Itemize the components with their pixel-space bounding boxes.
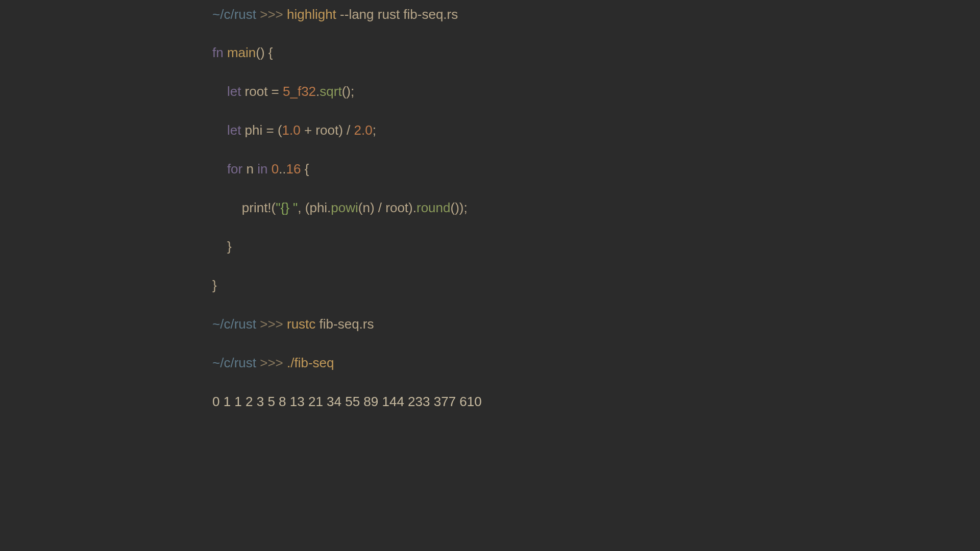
code-line-1: fn main() { [212,43,485,63]
prompt-path: ~/c/rust [212,7,256,22]
command-highlight: highlight [287,7,336,22]
code-text: (); [342,84,355,99]
string-literal: "{} " [276,200,298,215]
method-sqrt: sqrt [320,84,341,99]
code-text: + root) / [301,122,354,138]
code-text: () { [256,45,273,60]
keyword-in: in [257,161,267,177]
keyword-fn: fn [212,45,227,60]
prompt-line-3: ~/c/rust >>> ./fib-seq [212,354,485,373]
terminal-output: ~/c/rust >>> highlight --lang rust fib-s… [212,0,485,416]
number-literal: 2.0 [354,122,373,138]
method-powi: powi [331,200,358,215]
code-text: root = [241,84,283,99]
command-run-binary: ./fib-seq [287,355,334,370]
code-text: } [212,278,217,293]
code-text: ; [373,122,376,138]
prompt-line-1: ~/c/rust >>> highlight --lang rust fib-s… [212,5,485,24]
keyword-let: let [212,84,241,99]
prompt-arrows: >>> [256,7,287,22]
command-args: --lang rust fib-seq.rs [336,7,458,22]
code-line-4: for n in 0..16 { [212,160,485,179]
prompt-line-2: ~/c/rust >>> rustc fib-seq.rs [212,315,485,334]
code-line-2: let root = 5_f32.sqrt(); [212,82,485,102]
code-text: } [212,239,232,254]
code-line-3: let phi = (1.0 + root) / 2.0; [212,121,485,140]
command-rustc: rustc [287,316,315,332]
code-line-6: } [212,237,485,257]
prompt-arrows: >>> [256,316,287,332]
code-text: .. [279,161,286,177]
prompt-path: ~/c/rust [212,355,256,370]
command-args: fib-seq.rs [315,316,374,332]
code-text: n [242,161,257,177]
code-text: , (phi. [298,200,331,215]
prompt-path: ~/c/rust [212,316,256,332]
prompt-arrows: >>> [256,355,287,370]
function-name: main [227,45,256,60]
code-text: ()); [450,200,467,215]
code-text: (n) / root). [358,200,416,215]
fibonacci-output: 0 1 1 2 3 5 8 13 21 34 55 89 144 233 377… [212,394,485,409]
number-literal: 5_f32 [283,84,316,99]
method-round: round [416,200,451,215]
number-literal: 16 [286,161,301,177]
program-output: 0 1 1 2 3 5 8 13 21 34 55 89 144 233 377… [212,392,485,412]
number-literal: 0 [272,161,279,177]
code-text [267,161,271,177]
keyword-for: for [212,161,242,177]
code-line-5: print!("{} ", (phi.powi(n) / root).round… [212,198,485,218]
code-text: print!( [212,200,276,215]
number-literal: 1.0 [282,122,301,138]
code-text: { [301,161,309,177]
keyword-let: let [212,122,241,138]
code-line-7: } [212,276,485,295]
code-text: phi = ( [241,122,282,138]
